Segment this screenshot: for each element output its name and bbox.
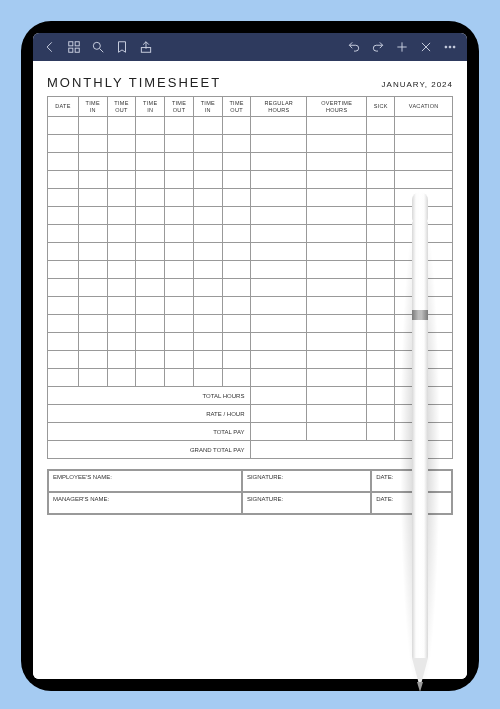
table-cell[interactable] (136, 207, 165, 225)
table-cell[interactable] (165, 279, 194, 297)
table-cell[interactable] (222, 315, 251, 333)
table-cell[interactable] (395, 171, 453, 189)
table-cell[interactable] (165, 153, 194, 171)
table-cell[interactable] (251, 261, 307, 279)
table-cell[interactable] (165, 225, 194, 243)
table-cell[interactable] (107, 135, 136, 153)
table-cell[interactable] (367, 333, 395, 351)
table-cell[interactable] (395, 135, 453, 153)
table-cell[interactable] (193, 315, 222, 333)
table-cell[interactable] (251, 297, 307, 315)
table-cell[interactable] (307, 225, 367, 243)
table-cell[interactable] (78, 207, 107, 225)
table-cell[interactable] (193, 243, 222, 261)
table-cell[interactable] (395, 153, 453, 171)
table-cell[interactable] (367, 315, 395, 333)
table-cell[interactable] (107, 351, 136, 369)
table-cell[interactable] (307, 153, 367, 171)
table-cell[interactable] (48, 297, 79, 315)
table-cell[interactable] (48, 225, 79, 243)
table-cell[interactable] (193, 189, 222, 207)
table-cell[interactable] (222, 243, 251, 261)
table-cell[interactable] (222, 153, 251, 171)
table-cell[interactable] (136, 135, 165, 153)
table-cell[interactable] (251, 243, 307, 261)
table-cell[interactable] (48, 117, 79, 135)
table-cell[interactable] (367, 279, 395, 297)
table-cell[interactable] (78, 243, 107, 261)
table-cell[interactable] (136, 297, 165, 315)
table-cell[interactable] (251, 279, 307, 297)
table-cell[interactable] (251, 225, 307, 243)
table-cell[interactable] (307, 351, 367, 369)
table-cell[interactable] (48, 171, 79, 189)
value-cell[interactable] (251, 387, 307, 405)
table-cell[interactable] (367, 261, 395, 279)
table-cell[interactable] (307, 117, 367, 135)
table-cell[interactable] (48, 315, 79, 333)
table-cell[interactable] (78, 171, 107, 189)
table-cell[interactable] (165, 171, 194, 189)
table-cell[interactable] (222, 225, 251, 243)
table-cell[interactable] (367, 135, 395, 153)
table-cell[interactable] (222, 279, 251, 297)
table-cell[interactable] (136, 369, 165, 387)
table-cell[interactable] (78, 189, 107, 207)
table-cell[interactable] (307, 243, 367, 261)
table-cell[interactable] (251, 315, 307, 333)
value-cell[interactable] (307, 405, 367, 423)
value-cell[interactable] (367, 405, 395, 423)
table-cell[interactable] (222, 171, 251, 189)
table-cell[interactable] (48, 279, 79, 297)
table-cell[interactable] (78, 297, 107, 315)
table-cell[interactable] (136, 225, 165, 243)
table-cell[interactable] (107, 171, 136, 189)
table-cell[interactable] (367, 243, 395, 261)
share-icon[interactable] (139, 40, 153, 54)
table-cell[interactable] (165, 333, 194, 351)
table-cell[interactable] (367, 207, 395, 225)
table-cell[interactable] (48, 333, 79, 351)
table-cell[interactable] (307, 189, 367, 207)
table-cell[interactable] (136, 189, 165, 207)
table-cell[interactable] (367, 351, 395, 369)
table-cell[interactable] (307, 297, 367, 315)
table-cell[interactable] (307, 333, 367, 351)
grid-icon[interactable] (67, 40, 81, 54)
value-cell[interactable] (367, 423, 395, 441)
table-cell[interactable] (136, 171, 165, 189)
table-cell[interactable] (136, 333, 165, 351)
table-cell[interactable] (48, 207, 79, 225)
table-cell[interactable] (78, 351, 107, 369)
table-cell[interactable] (165, 117, 194, 135)
table-cell[interactable] (251, 117, 307, 135)
table-cell[interactable] (222, 135, 251, 153)
undo-icon[interactable] (347, 40, 361, 54)
table-cell[interactable] (136, 153, 165, 171)
table-cell[interactable] (193, 171, 222, 189)
table-cell[interactable] (193, 333, 222, 351)
table-cell[interactable] (222, 189, 251, 207)
table-cell[interactable] (307, 207, 367, 225)
table-cell[interactable] (107, 243, 136, 261)
table-cell[interactable] (251, 207, 307, 225)
table-cell[interactable] (222, 207, 251, 225)
table-cell[interactable] (48, 369, 79, 387)
table-cell[interactable] (48, 135, 79, 153)
table-cell[interactable] (48, 243, 79, 261)
value-cell[interactable] (251, 423, 307, 441)
table-cell[interactable] (193, 351, 222, 369)
table-cell[interactable] (136, 351, 165, 369)
table-cell[interactable] (78, 117, 107, 135)
table-cell[interactable] (251, 189, 307, 207)
redo-icon[interactable] (371, 40, 385, 54)
table-cell[interactable] (78, 261, 107, 279)
table-cell[interactable] (251, 351, 307, 369)
table-cell[interactable] (251, 171, 307, 189)
manager-name-cell[interactable]: MANAGER'S NAME: (48, 492, 242, 514)
table-cell[interactable] (307, 369, 367, 387)
table-cell[interactable] (165, 315, 194, 333)
value-cell[interactable] (307, 423, 367, 441)
table-cell[interactable] (251, 369, 307, 387)
table-cell[interactable] (367, 369, 395, 387)
